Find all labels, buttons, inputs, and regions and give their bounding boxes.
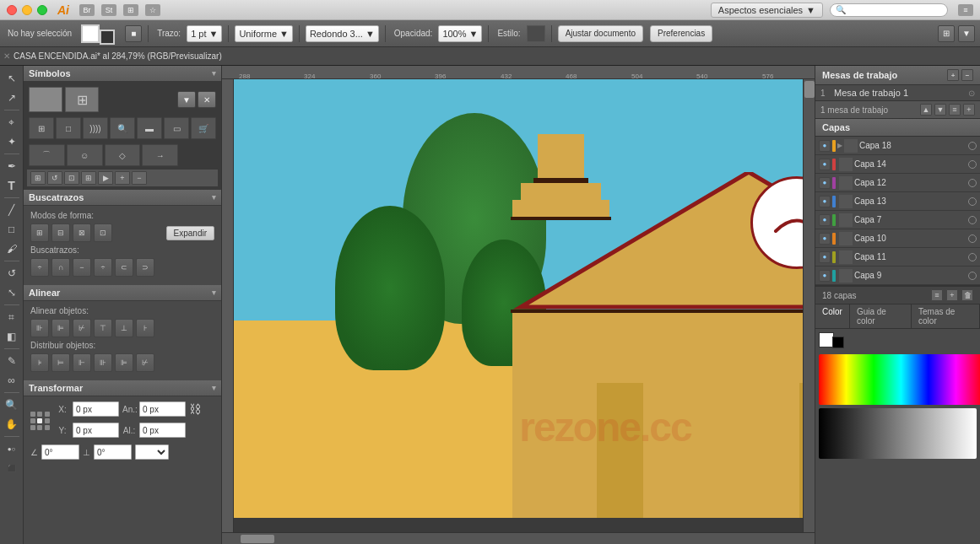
layer-visibility-btn[interactable]: ● (819, 177, 831, 189)
transformar-header[interactable]: Transformar ▾ (24, 380, 221, 396)
symbol-shape2-icon[interactable]: ◇ (105, 144, 141, 166)
trazo-weight-dropdown[interactable]: 1 pt ▼ (187, 25, 222, 42)
shear-dropdown[interactable] (135, 444, 169, 460)
alinear-centro-v-btn[interactable]: ⊥ (115, 319, 133, 337)
extra-btn[interactable]: ▼ (958, 25, 975, 42)
layer-target-btn[interactable] (968, 216, 977, 224)
modo-exclude-btn[interactable]: ⊠ (73, 224, 91, 242)
workspace-selector[interactable]: Aspectos esenciales ▼ (711, 3, 823, 18)
symbol-grid-icon[interactable]: ⊞ (29, 117, 54, 139)
sym-tb-4[interactable]: ⊞ (81, 171, 96, 185)
expandir-btn[interactable]: Expandir (166, 226, 214, 240)
paintbrush-tool[interactable]: 🖌 (3, 240, 21, 258)
dist-btn-2[interactable]: ⊨ (51, 353, 70, 372)
symbol-arc-icon[interactable]: ⌒ (29, 144, 65, 166)
sym-tb-1[interactable]: ⊞ (30, 171, 46, 185)
color-brightness[interactable] (819, 408, 977, 459)
alinear-centro-h-btn[interactable]: ⊫ (51, 319, 70, 337)
layer-visibility-btn[interactable]: ● (819, 270, 831, 282)
y-input[interactable] (73, 423, 119, 438)
window-controls[interactable] (7, 5, 47, 15)
mesas-remove-btn[interactable]: − (961, 69, 973, 81)
alinear-header[interactable]: Alinear ▾ (24, 285, 221, 301)
shape-tool[interactable]: □ (3, 220, 21, 239)
dist-btn-3[interactable]: ⊩ (73, 353, 91, 372)
alinear-izq-btn[interactable]: ⊪ (30, 319, 49, 337)
modo-divide-btn[interactable]: ⊡ (94, 224, 112, 242)
hand-tool[interactable]: ✋ (3, 415, 21, 434)
magic-wand-tool[interactable]: ✦ (3, 132, 21, 151)
layer-target-btn[interactable] (968, 272, 977, 280)
layer-target-btn[interactable] (968, 179, 977, 187)
symbol-bar-icon[interactable]: ▬ (137, 117, 162, 139)
color-tab[interactable]: Color (815, 304, 850, 328)
symbol-browser-icon[interactable]: □ (56, 117, 81, 139)
close-button[interactable] (7, 5, 17, 15)
line-tool[interactable]: ╱ (3, 201, 21, 219)
guia-color-tab[interactable]: Guia de color (850, 304, 912, 328)
x-input[interactable] (73, 401, 119, 417)
buscatrazos-btn-6[interactable]: ⊃ (136, 258, 154, 277)
temas-color-tab[interactable]: Temas de color (912, 304, 980, 328)
fill-tool[interactable]: ●○ (3, 439, 21, 458)
buscatrazos-btn-4[interactable]: ÷ (94, 258, 112, 277)
nav-add-btn[interactable]: + (963, 104, 975, 116)
bg-color-swatch[interactable] (832, 337, 844, 348)
buscatrazos-btn-3[interactable]: − (73, 258, 91, 277)
layer-options-btn[interactable]: ≡ (931, 289, 943, 301)
gradient-tool[interactable]: ◧ (3, 327, 21, 346)
symbol-cart-icon[interactable]: 🛒 (191, 117, 216, 139)
alinear-sup-btn[interactable]: ⊤ (94, 319, 112, 337)
preferencias-button[interactable]: Preferencias (650, 25, 712, 42)
zoom-tool[interactable]: 🔍 (3, 396, 21, 414)
layer-target-btn[interactable] (968, 197, 977, 206)
layer-expand-arrow[interactable]: ▶ (837, 142, 842, 149)
tab-close-btn[interactable]: ✕ (3, 51, 10, 61)
nav-list-btn[interactable]: ≡ (949, 104, 961, 116)
buscatrazos-btn-2[interactable]: ∩ (51, 258, 70, 277)
pen-tool[interactable]: ✒ (3, 157, 21, 175)
blend-tool[interactable]: ∞ (3, 371, 21, 390)
layer-visibility-btn[interactable]: ● (819, 159, 831, 170)
cap-style-dropdown[interactable]: Redondo 3... ▼ (306, 25, 379, 42)
dist-btn-5[interactable]: ⊫ (115, 353, 133, 372)
color-mode-tool[interactable]: ⬛ (3, 459, 21, 477)
ajustar-documento-button[interactable]: Ajustar documento (558, 25, 643, 42)
layer-visibility-btn[interactable]: ● (819, 233, 831, 245)
new-layer-btn[interactable]: + (946, 289, 958, 301)
buscatrazos-btn-5[interactable]: ⊂ (115, 258, 133, 277)
style-swatch[interactable] (527, 25, 545, 42)
alinear-inf-btn[interactable]: ⊦ (136, 319, 154, 337)
artboard-target-icon[interactable]: ⊙ (968, 89, 975, 98)
fill-color-swatch[interactable] (81, 24, 100, 43)
rotate-input[interactable] (41, 444, 79, 460)
rotate-tool[interactable]: ↺ (3, 264, 21, 283)
stroke-color-swatch[interactable] (100, 30, 115, 45)
graph-tool[interactable]: ⌗ (3, 308, 21, 326)
vertical-scrollbar[interactable] (803, 79, 815, 532)
an-input[interactable] (139, 401, 186, 417)
minimize-button[interactable] (22, 5, 32, 15)
symbol-face-icon[interactable]: ☺ (67, 144, 103, 166)
arrange-panel-btn[interactable]: ⊞ (938, 25, 955, 42)
modo-union-btn[interactable]: ⊞ (30, 224, 49, 242)
search-box[interactable]: 🔍 (830, 3, 948, 17)
scrollbar-thumb[interactable] (804, 81, 815, 98)
dist-btn-1[interactable]: ⊧ (30, 353, 49, 372)
dist-btn-6[interactable]: ⊬ (136, 353, 154, 372)
select-tool[interactable]: ↖ (3, 69, 21, 88)
transform-origin-grid[interactable] (30, 412, 51, 432)
stroke-style-btn[interactable]: ■ (125, 25, 142, 42)
sym-tb-2[interactable]: ↺ (47, 171, 62, 185)
artboard-wrapper[interactable]: rezone.cc (234, 79, 803, 532)
horizontal-scrollbar[interactable] (222, 532, 815, 544)
layer-visibility-btn[interactable]: ● (819, 251, 831, 263)
mesas-add-btn[interactable]: + (947, 69, 959, 81)
symbol-close-btn[interactable]: ✕ (198, 91, 216, 108)
delete-layer-btn[interactable]: 🗑 (961, 289, 973, 301)
color-spectrum[interactable] (819, 354, 980, 405)
symbol-menu-btn[interactable]: ▼ (177, 91, 196, 108)
layer-target-btn[interactable] (968, 253, 977, 261)
maximize-button[interactable] (37, 5, 47, 15)
direct-select-tool[interactable]: ↗ (3, 89, 21, 107)
